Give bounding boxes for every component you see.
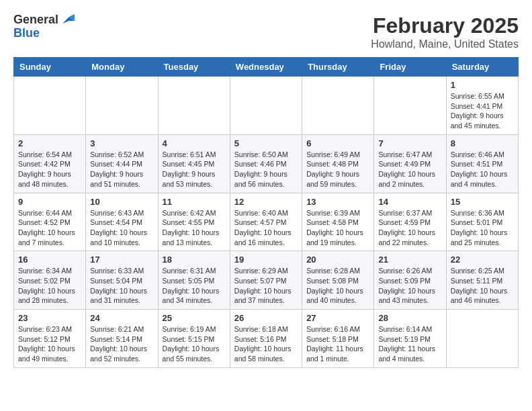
day-detail: Sunrise: 6:16 AM Sunset: 5:18 PM Dayligh… [306, 324, 369, 364]
cell-week4-day2: 25Sunrise: 6:19 AM Sunset: 5:15 PM Dayli… [158, 310, 230, 368]
cell-week4-day3: 26Sunrise: 6:18 AM Sunset: 5:16 PM Dayli… [230, 310, 302, 368]
day-detail: Sunrise: 6:51 AM Sunset: 4:45 PM Dayligh… [163, 150, 226, 189]
cell-week0-day3 [230, 77, 302, 135]
day-number: 2 [18, 138, 81, 148]
header-sunday: Sunday [14, 58, 86, 77]
day-number: 27 [306, 313, 369, 323]
cell-week0-day1 [86, 77, 158, 135]
week-row-1: 2Sunrise: 6:54 AM Sunset: 4:42 PM Daylig… [14, 134, 519, 193]
cell-week1-day1: 3Sunrise: 6:52 AM Sunset: 4:44 PM Daylig… [86, 134, 158, 193]
day-detail: Sunrise: 6:18 AM Sunset: 5:16 PM Dayligh… [234, 324, 298, 364]
day-number: 6 [306, 138, 369, 148]
day-detail: Sunrise: 6:29 AM Sunset: 5:07 PM Dayligh… [234, 266, 298, 306]
page-container: General Blue February 2025 Howland, Main… [13, 13, 519, 368]
cell-week2-day3: 12Sunrise: 6:40 AM Sunset: 4:57 PM Dayli… [230, 193, 302, 251]
day-number: 22 [451, 255, 514, 265]
logo-blue-text: Blue [13, 27, 75, 40]
day-detail: Sunrise: 6:25 AM Sunset: 5:11 PM Dayligh… [451, 266, 514, 306]
cell-week0-day4 [302, 77, 374, 135]
header-saturday: Saturday [446, 58, 518, 77]
cell-week3-day4: 20Sunrise: 6:28 AM Sunset: 5:08 PM Dayli… [302, 251, 374, 310]
day-detail: Sunrise: 6:52 AM Sunset: 4:44 PM Dayligh… [90, 150, 153, 189]
day-detail: Sunrise: 6:37 AM Sunset: 4:59 PM Dayligh… [378, 208, 441, 248]
day-number: 15 [451, 197, 514, 207]
day-detail: Sunrise: 6:40 AM Sunset: 4:57 PM Dayligh… [234, 208, 298, 248]
header-thursday: Thursday [302, 58, 374, 77]
cell-week0-day0 [14, 77, 86, 135]
day-detail: Sunrise: 6:23 AM Sunset: 5:12 PM Dayligh… [18, 324, 81, 364]
day-detail: Sunrise: 6:14 AM Sunset: 5:19 PM Dayligh… [378, 324, 441, 364]
week-row-3: 16Sunrise: 6:34 AM Sunset: 5:02 PM Dayli… [14, 251, 519, 310]
day-number: 20 [306, 255, 369, 265]
cell-week2-day6: 15Sunrise: 6:36 AM Sunset: 5:01 PM Dayli… [446, 193, 518, 251]
cell-week3-day6: 22Sunrise: 6:25 AM Sunset: 5:11 PM Dayli… [446, 251, 518, 310]
day-number: 7 [378, 138, 441, 148]
week-row-2: 9Sunrise: 6:44 AM Sunset: 4:52 PM Daylig… [14, 193, 519, 251]
day-detail: Sunrise: 6:44 AM Sunset: 4:52 PM Dayligh… [18, 208, 81, 248]
logo-general-text: General [13, 13, 58, 27]
day-detail: Sunrise: 6:19 AM Sunset: 5:15 PM Dayligh… [163, 324, 226, 364]
cell-week2-day5: 14Sunrise: 6:37 AM Sunset: 4:59 PM Dayli… [374, 193, 446, 251]
day-detail: Sunrise: 6:31 AM Sunset: 5:05 PM Dayligh… [163, 266, 226, 306]
cell-week4-day1: 24Sunrise: 6:21 AM Sunset: 5:14 PM Dayli… [86, 310, 158, 368]
day-number: 11 [163, 197, 226, 207]
day-detail: Sunrise: 6:28 AM Sunset: 5:08 PM Dayligh… [306, 266, 369, 306]
day-number: 1 [451, 80, 514, 90]
day-number: 8 [451, 138, 514, 148]
day-number: 28 [378, 313, 441, 323]
day-detail: Sunrise: 6:36 AM Sunset: 5:01 PM Dayligh… [451, 208, 514, 248]
cell-week0-day2 [158, 77, 230, 135]
cell-week3-day3: 19Sunrise: 6:29 AM Sunset: 5:07 PM Dayli… [230, 251, 302, 310]
week-row-4: 23Sunrise: 6:23 AM Sunset: 5:12 PM Dayli… [14, 310, 519, 368]
day-number: 3 [90, 138, 153, 148]
cell-week0-day6: 1Sunrise: 6:55 AM Sunset: 4:41 PM Daylig… [446, 77, 518, 135]
header: General Blue February 2025 Howland, Main… [13, 13, 519, 50]
day-number: 23 [18, 313, 81, 323]
day-detail: Sunrise: 6:46 AM Sunset: 4:51 PM Dayligh… [451, 150, 514, 189]
cell-week4-day5: 28Sunrise: 6:14 AM Sunset: 5:19 PM Dayli… [374, 310, 446, 368]
cell-week1-day5: 7Sunrise: 6:47 AM Sunset: 4:49 PM Daylig… [374, 134, 446, 193]
day-number: 25 [163, 313, 226, 323]
day-number: 17 [90, 255, 153, 265]
day-detail: Sunrise: 6:21 AM Sunset: 5:14 PM Dayligh… [90, 324, 153, 364]
cell-week2-day2: 11Sunrise: 6:42 AM Sunset: 4:55 PM Dayli… [158, 193, 230, 251]
day-number: 24 [90, 313, 153, 323]
day-number: 18 [163, 255, 226, 265]
day-detail: Sunrise: 6:50 AM Sunset: 4:46 PM Dayligh… [234, 150, 298, 189]
day-detail: Sunrise: 6:49 AM Sunset: 4:48 PM Dayligh… [306, 150, 369, 189]
day-detail: Sunrise: 6:55 AM Sunset: 4:41 PM Dayligh… [451, 91, 514, 131]
cell-week2-day4: 13Sunrise: 6:39 AM Sunset: 4:58 PM Dayli… [302, 193, 374, 251]
day-detail: Sunrise: 6:42 AM Sunset: 4:55 PM Dayligh… [163, 208, 226, 248]
location-subtitle: Howland, Maine, United States [371, 38, 519, 50]
cell-week1-day6: 8Sunrise: 6:46 AM Sunset: 4:51 PM Daylig… [446, 134, 518, 193]
header-wednesday: Wednesday [230, 58, 302, 77]
cell-week4-day0: 23Sunrise: 6:23 AM Sunset: 5:12 PM Dayli… [14, 310, 86, 368]
day-detail: Sunrise: 6:26 AM Sunset: 5:09 PM Dayligh… [378, 266, 441, 306]
cell-week3-day2: 18Sunrise: 6:31 AM Sunset: 5:05 PM Dayli… [158, 251, 230, 310]
week-row-0: 1Sunrise: 6:55 AM Sunset: 4:41 PM Daylig… [14, 77, 519, 135]
cell-week3-day0: 16Sunrise: 6:34 AM Sunset: 5:02 PM Dayli… [14, 251, 86, 310]
cell-week1-day2: 4Sunrise: 6:51 AM Sunset: 4:45 PM Daylig… [158, 134, 230, 193]
cell-week4-day4: 27Sunrise: 6:16 AM Sunset: 5:18 PM Dayli… [302, 310, 374, 368]
day-detail: Sunrise: 6:43 AM Sunset: 4:54 PM Dayligh… [90, 208, 153, 248]
day-detail: Sunrise: 6:47 AM Sunset: 4:49 PM Dayligh… [378, 150, 441, 189]
day-number: 9 [18, 197, 81, 207]
cell-week3-day1: 17Sunrise: 6:33 AM Sunset: 5:04 PM Dayli… [86, 251, 158, 310]
day-number: 26 [234, 313, 298, 323]
day-number: 13 [306, 197, 369, 207]
cell-week2-day1: 10Sunrise: 6:43 AM Sunset: 4:54 PM Dayli… [86, 193, 158, 251]
cell-week1-day3: 5Sunrise: 6:50 AM Sunset: 4:46 PM Daylig… [230, 134, 302, 193]
calendar-header-row: Sunday Monday Tuesday Wednesday Thursday… [14, 58, 519, 77]
title-section: February 2025 Howland, Maine, United Sta… [371, 13, 519, 50]
calendar-table: Sunday Monday Tuesday Wednesday Thursday… [13, 57, 519, 368]
day-number: 19 [234, 255, 298, 265]
header-friday: Friday [374, 58, 446, 77]
cell-week4-day6 [446, 310, 518, 368]
day-detail: Sunrise: 6:34 AM Sunset: 5:02 PM Dayligh… [18, 266, 81, 306]
day-number: 12 [234, 197, 298, 207]
day-number: 10 [90, 197, 153, 207]
cell-week1-day4: 6Sunrise: 6:49 AM Sunset: 4:48 PM Daylig… [302, 134, 374, 193]
day-number: 14 [378, 197, 441, 207]
day-number: 4 [163, 138, 226, 148]
cell-week1-day0: 2Sunrise: 6:54 AM Sunset: 4:42 PM Daylig… [14, 134, 86, 193]
